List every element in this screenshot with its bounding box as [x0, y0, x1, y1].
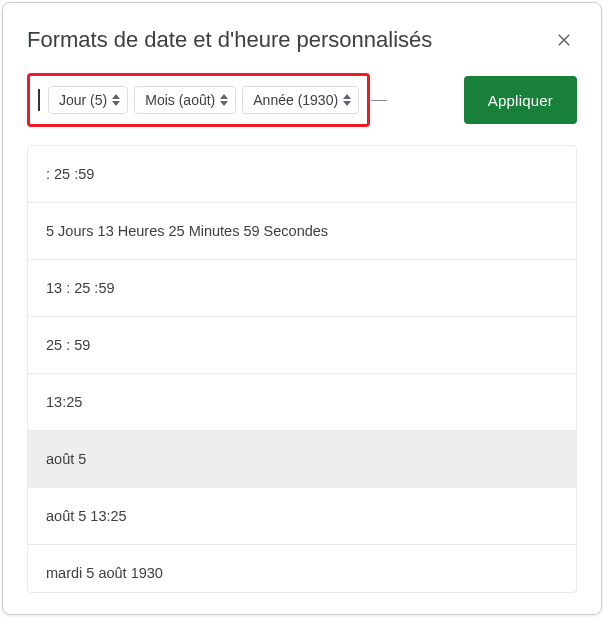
format-list-container: : 25 :595 Jours 13 Heures 25 Minutes 59 … [27, 145, 577, 593]
custom-datetime-dialog: Formats de date et d'heure personnalisés… [2, 2, 602, 615]
dialog-title: Formats de date et d'heure personnalisés [27, 27, 432, 53]
token-year[interactable]: Année (1930) [242, 86, 359, 114]
chevron-updown-icon [111, 94, 121, 106]
format-list[interactable]: : 25 :595 Jours 13 Heures 25 Minutes 59 … [28, 146, 576, 592]
close-button[interactable] [551, 27, 577, 53]
token-label: Mois (août) [145, 92, 215, 108]
format-list-item[interactable]: mardi 5 août 1930 [28, 545, 576, 592]
format-list-item[interactable]: : 25 :59 [28, 146, 576, 203]
chevron-updown-icon [219, 94, 229, 106]
format-tokens-container: Jour (5) Mois (août) Année (1930) [27, 73, 370, 127]
close-icon [555, 31, 573, 49]
token-label: Jour (5) [59, 92, 107, 108]
apply-button[interactable]: Appliquer [464, 76, 577, 124]
format-list-item[interactable]: août 5 13:25 [28, 488, 576, 545]
chevron-updown-icon [342, 94, 352, 106]
dialog-header: Formats de date et d'heure personnalisés [27, 27, 577, 53]
format-list-item[interactable]: 25 : 59 [28, 317, 576, 374]
token-month[interactable]: Mois (août) [134, 86, 236, 114]
format-list-item[interactable]: 5 Jours 13 Heures 25 Minutes 59 Secondes [28, 203, 576, 260]
token-day[interactable]: Jour (5) [48, 86, 128, 114]
format-list-item[interactable]: 13:25 [28, 374, 576, 431]
format-list-item[interactable]: 13 : 25 :59 [28, 260, 576, 317]
format-list-item[interactable]: août 5 [28, 431, 576, 488]
token-label: Année (1930) [253, 92, 338, 108]
text-cursor [38, 89, 40, 111]
controls-row: Jour (5) Mois (août) Année (1930) [27, 73, 577, 127]
